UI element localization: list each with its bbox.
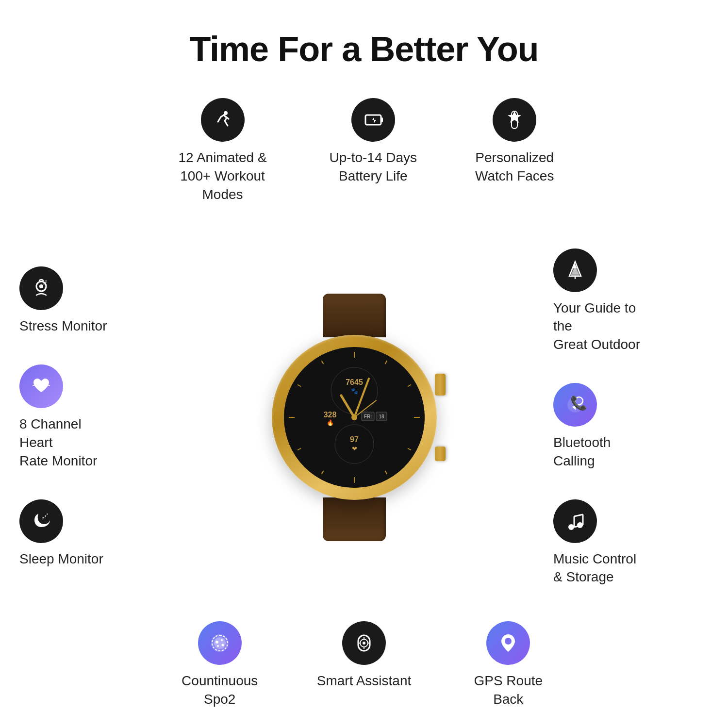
watchface-icon xyxy=(493,98,536,142)
svg-line-52 xyxy=(574,514,583,516)
watch-face: 7645 🐾 328 🔥 FRI 18 xyxy=(284,347,425,488)
feature-spo2: Countinuous Spo2 xyxy=(171,621,268,709)
sleep-label: Sleep Monitor xyxy=(19,550,103,568)
svg-text:z: z xyxy=(45,280,47,283)
battery-label: Up-to-14 DaysBattery Life xyxy=(330,149,417,185)
feature-heartrate: 8 Channel HeartRate Monitor xyxy=(19,364,116,470)
svg-text:🔥: 🔥 xyxy=(327,419,334,426)
svg-text:❤: ❤ xyxy=(352,445,357,452)
watch-band-top xyxy=(323,294,386,337)
svg-point-57 xyxy=(221,644,224,646)
outdoor-label: Your Guide to theGreat Outdoor xyxy=(553,299,650,354)
watch-face-svg: 7645 🐾 328 🔥 FRI 18 xyxy=(284,347,425,488)
stress-icon: z z xyxy=(19,266,63,310)
svg-text:7645: 7645 xyxy=(346,378,363,386)
top-features-row: 12 Animated & 100+ Workout Modes Up-to-1… xyxy=(19,98,709,203)
watch-crown-top xyxy=(435,374,446,396)
sleep-icon: z z z xyxy=(19,499,63,543)
svg-text:z: z xyxy=(47,513,48,515)
middle-section: z z Stress Monitor 8 Channel HeartRate M… xyxy=(19,223,709,612)
feature-stress: z z Stress Monitor xyxy=(19,266,107,335)
bluetooth-icon: 📞 xyxy=(553,383,597,427)
heartrate-icon xyxy=(19,364,63,408)
bluetooth-label: BluetoothCalling xyxy=(553,433,611,470)
gps-icon xyxy=(486,621,530,665)
outdoor-icon xyxy=(553,248,597,292)
feature-sleep: z z z Sleep Monitor xyxy=(19,499,103,568)
watch-crown-bottom xyxy=(435,447,446,461)
svg-point-54 xyxy=(214,637,226,649)
watch-image: 7645 🐾 328 🔥 FRI 18 xyxy=(252,252,456,582)
svg-point-61 xyxy=(363,642,365,645)
svg-text:18: 18 xyxy=(379,414,384,419)
svg-text:📞: 📞 xyxy=(570,395,587,411)
page-title: Time For a Better You xyxy=(189,29,538,69)
svg-text:328: 328 xyxy=(324,411,337,419)
workout-icon xyxy=(201,98,245,142)
gps-label: GPS Route Back xyxy=(460,672,557,709)
svg-text:FRI: FRI xyxy=(364,414,372,419)
feature-outdoor: Your Guide to theGreat Outdoor xyxy=(553,248,650,354)
watch-case: 7645 🐾 328 🔥 FRI 18 xyxy=(272,335,437,500)
svg-point-39 xyxy=(351,414,357,420)
svg-point-56 xyxy=(221,639,223,641)
feature-workout: 12 Animated & 100+ Workout Modes xyxy=(174,98,271,203)
left-features: z z Stress Monitor 8 Channel HeartRate M… xyxy=(19,266,155,568)
svg-point-5 xyxy=(39,284,43,288)
spo2-label: Countinuous Spo2 xyxy=(171,672,268,709)
music-label: Music Control& Storage xyxy=(553,550,636,587)
feature-watchface: PersonalizedWatch Faces xyxy=(475,98,554,203)
svg-point-66 xyxy=(505,638,512,645)
heartrate-label: 8 Channel HeartRate Monitor xyxy=(19,415,116,470)
watch-band-bottom xyxy=(323,497,386,541)
bottom-features-row: Countinuous Spo2 Smart Assistant xyxy=(19,621,709,709)
svg-text:🐾: 🐾 xyxy=(351,387,358,395)
svg-point-47 xyxy=(568,524,574,530)
stress-label: Stress Monitor xyxy=(19,317,107,335)
music-icon xyxy=(553,499,597,543)
assistant-icon xyxy=(342,621,386,665)
right-features: Your Guide to theGreat Outdoor 📞 Bluetoo… xyxy=(553,248,709,587)
svg-rect-2 xyxy=(381,117,383,122)
spo2-icon xyxy=(198,621,242,665)
svg-text:z: z xyxy=(45,514,46,517)
workout-label: 12 Animated & 100+ Workout Modes xyxy=(174,149,271,203)
feature-gps: GPS Route Back xyxy=(460,621,557,709)
feature-bluetooth: 📞 BluetoothCalling xyxy=(553,383,611,470)
svg-point-0 xyxy=(224,111,228,115)
watchface-label: PersonalizedWatch Faces xyxy=(475,149,554,185)
svg-text:z: z xyxy=(42,516,44,520)
svg-point-55 xyxy=(215,641,218,644)
watch-screen: 7645 🐾 328 🔥 FRI 18 xyxy=(284,347,425,488)
feature-assistant: Smart Assistant xyxy=(317,621,412,709)
svg-text:97: 97 xyxy=(350,435,359,444)
battery-icon xyxy=(351,98,395,142)
assistant-label: Smart Assistant xyxy=(317,672,412,690)
feature-battery: Up-to-14 DaysBattery Life xyxy=(330,98,417,203)
svg-point-58 xyxy=(217,645,219,647)
feature-music: Music Control& Storage xyxy=(553,499,636,587)
